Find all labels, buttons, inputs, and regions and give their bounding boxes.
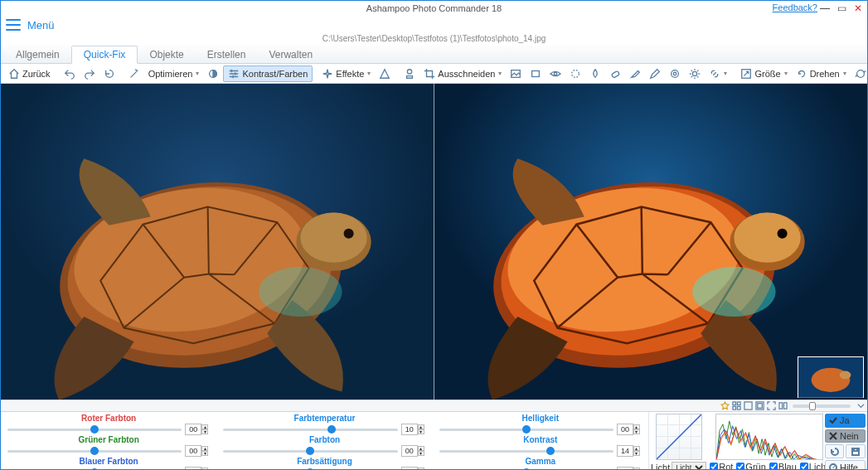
slider-track[interactable] — [223, 450, 397, 453]
maximize-button[interactable]: ▭ — [836, 2, 847, 14]
clone-button[interactable] — [400, 66, 419, 81]
tab-objekte[interactable]: Objekte — [138, 46, 195, 63]
sun-icon — [689, 68, 701, 80]
slider-value[interactable]: ▴▾ — [185, 424, 210, 435]
chk-blau[interactable]: Blau — [769, 462, 797, 470]
hamburger-icon[interactable] — [6, 19, 21, 31]
slider-label: Helligkeit — [522, 414, 559, 423]
svg-rect-34 — [732, 406, 735, 409]
slider-value[interactable]: ▴▾ — [401, 445, 426, 457]
grid-icon[interactable] — [731, 401, 741, 411]
tab-verwalten[interactable]: Verwalten — [257, 46, 324, 63]
slider-value[interactable]: ▴▾ — [401, 467, 426, 470]
fullscreen-icon[interactable] — [766, 401, 776, 411]
minimize-button[interactable]: — — [819, 2, 831, 14]
compare-icon[interactable] — [778, 401, 788, 411]
slider-value[interactable]: ▴▾ — [617, 424, 642, 435]
slider-value[interactable]: ▴▾ — [617, 445, 642, 457]
curve-graph[interactable] — [656, 414, 702, 460]
contrast-colors-button[interactable]: Kontrast/Farben — [223, 65, 313, 82]
magic-button[interactable] — [124, 66, 144, 81]
zoom-menu-icon[interactable] — [856, 401, 866, 411]
tool-j[interactable] — [685, 66, 705, 81]
tool-f[interactable] — [605, 66, 625, 81]
slider-value[interactable]: ▴▾ — [401, 424, 426, 435]
sparkle-icon — [322, 68, 333, 80]
auto-contrast-button[interactable] — [203, 66, 223, 81]
tool-d[interactable] — [565, 66, 585, 81]
slider-label: Kontrast — [523, 435, 557, 444]
tab-erstellen[interactable]: Erstellen — [196, 46, 258, 63]
slider-track[interactable] — [439, 429, 613, 431]
tab-quickfix[interactable]: Quick-Fix — [71, 46, 138, 64]
crop-icon — [424, 68, 435, 80]
adjust-panel: Roter Farbton▴▾Grüner Farbton▴▾Blauer Fa… — [1, 411, 867, 470]
brush-icon — [629, 68, 641, 80]
tool-h[interactable] — [645, 66, 665, 81]
tool-k[interactable]: ▾ — [705, 66, 731, 81]
svg-point-17 — [300, 213, 366, 263]
close-button[interactable]: ✕ — [852, 2, 864, 14]
tool-c[interactable] — [546, 66, 565, 81]
save-preset-button[interactable] — [846, 444, 866, 458]
cancel-button[interactable]: Nein — [825, 429, 866, 443]
reset-button[interactable] — [825, 444, 845, 458]
tool-b[interactable] — [526, 66, 546, 81]
drop-icon — [589, 68, 601, 80]
help-icon: ? — [829, 463, 837, 470]
refresh-icon — [855, 68, 866, 80]
chk-gruen[interactable]: Grün — [736, 462, 765, 470]
size-button[interactable]: Größe▾ — [736, 66, 791, 81]
revert-button[interactable] — [99, 66, 119, 81]
tool-g[interactable] — [625, 66, 645, 81]
tab-allgemein[interactable]: Allgemein — [4, 46, 71, 63]
svg-point-5 — [572, 70, 579, 77]
actual-icon[interactable] — [754, 401, 764, 411]
slider-track[interactable] — [439, 450, 613, 453]
cut-button[interactable]: Ausschneiden▾ — [419, 66, 506, 81]
svg-text:?: ? — [831, 463, 836, 470]
slider-value[interactable]: ▴▾ — [185, 467, 210, 470]
titlebar: Ashampoo Photo Commander 18 Feedback? — … — [1, 1, 867, 16]
chk-rot[interactable]: Rot — [710, 462, 733, 470]
slider-value[interactable]: ▴▾ — [185, 445, 210, 457]
histogram[interactable] — [715, 414, 823, 460]
refresh-button[interactable] — [851, 66, 868, 81]
curve-channel-select[interactable]: Licht — [672, 462, 706, 470]
undo-button[interactable] — [60, 66, 80, 81]
effects-button[interactable]: Effekte▾ — [318, 66, 375, 81]
slider-track[interactable] — [7, 429, 182, 431]
rotate-button[interactable]: Drehen▾ — [792, 66, 851, 81]
tool-a[interactable] — [506, 66, 526, 81]
slider-value[interactable]: ▴▾ — [617, 467, 642, 470]
svg-point-4 — [555, 72, 558, 75]
redo-button[interactable] — [80, 66, 99, 81]
svg-rect-35 — [737, 406, 740, 409]
navigator-thumbnail[interactable] — [798, 356, 864, 398]
feedback-link[interactable]: Feedback? — [773, 2, 817, 12]
pencil-icon — [649, 68, 661, 80]
sharpen-button[interactable] — [375, 66, 395, 81]
slider-label: Farbtemperatur — [294, 414, 356, 423]
eye-icon — [550, 68, 561, 80]
menu-label[interactable]: Menü — [27, 19, 55, 31]
pane-preview[interactable] — [434, 84, 867, 411]
tool-e[interactable] — [585, 66, 605, 81]
optimize-button[interactable]: Optimieren▾ — [144, 67, 204, 80]
svg-rect-6 — [612, 70, 620, 78]
stamp-icon — [404, 68, 415, 80]
svg-point-18 — [344, 229, 354, 239]
slider-helligkeit: Helligkeit▴▾ — [439, 414, 642, 435]
zoom-slider[interactable] — [793, 405, 851, 408]
slider-track[interactable] — [7, 450, 182, 453]
pane-original[interactable] — [1, 84, 434, 411]
fit-icon[interactable] — [743, 401, 753, 411]
apply-button[interactable]: Ja — [825, 414, 866, 428]
tool-i[interactable] — [665, 66, 685, 81]
help-button[interactable]: ?Hilfe — [825, 460, 866, 470]
back-button[interactable]: Zurück — [4, 66, 55, 81]
slider-track[interactable] — [223, 429, 397, 431]
favorite-icon[interactable] — [720, 401, 730, 411]
curve-channel-label: Licht — [651, 463, 670, 470]
triangle-icon — [379, 68, 390, 80]
